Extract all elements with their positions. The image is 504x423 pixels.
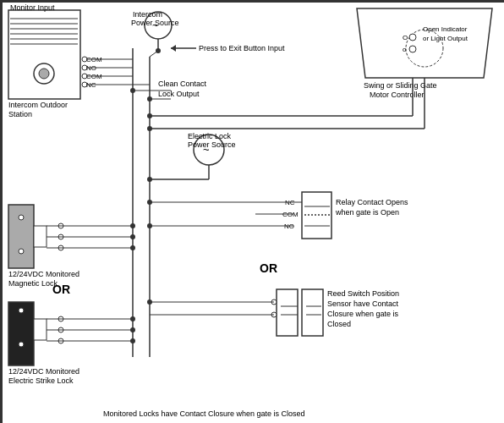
- svg-text:Power Source: Power Source: [131, 19, 179, 27]
- svg-point-9: [39, 69, 49, 79]
- svg-text:Swing or Sliding Gate: Swing or Sliding Gate: [364, 81, 437, 90]
- svg-text:OR: OR: [260, 261, 277, 275]
- svg-point-110: [147, 113, 152, 118]
- svg-rect-84: [302, 289, 323, 336]
- svg-text:Station: Station: [8, 110, 32, 118]
- svg-text:Power Source: Power Source: [188, 140, 236, 149]
- svg-text:Electric Lock: Electric Lock: [188, 132, 232, 140]
- svg-rect-67: [302, 192, 331, 239]
- svg-point-48: [19, 215, 24, 220]
- svg-point-45: [147, 177, 152, 182]
- svg-point-60: [19, 342, 24, 347]
- svg-text:Magnetic Lock: Magnetic Lock: [8, 279, 58, 288]
- svg-text:Reed Switch Position: Reed Switch Position: [327, 289, 399, 298]
- svg-text:Motor Controller: Motor Controller: [370, 91, 425, 99]
- svg-text:Closed: Closed: [327, 320, 351, 328]
- svg-point-119: [130, 316, 135, 321]
- svg-text:Intercom Outdoor: Intercom Outdoor: [8, 101, 68, 109]
- svg-point-115: [147, 96, 152, 102]
- svg-text:Press to Exit Button Input: Press to Exit Button Input: [199, 44, 285, 52]
- svg-text:or Light Output: or Light Output: [423, 35, 468, 42]
- svg-point-120: [130, 327, 135, 332]
- svg-text:Relay Contact Opens: Relay Contact Opens: [336, 198, 408, 206]
- svg-text:Closure when gate is: Closure when gate is: [327, 310, 399, 318]
- svg-rect-46: [8, 205, 34, 268]
- svg-point-117: [130, 234, 135, 239]
- svg-point-79: [147, 223, 152, 228]
- svg-point-118: [130, 245, 135, 250]
- svg-text:Clean Contact: Clean Contact: [158, 80, 207, 88]
- svg-text:o: o: [403, 46, 407, 53]
- svg-point-92: [147, 299, 152, 305]
- svg-text:Electric Strike Lock: Electric Strike Lock: [8, 376, 74, 385]
- svg-rect-58: [34, 319, 47, 340]
- svg-rect-47: [34, 226, 47, 247]
- svg-point-113: [147, 126, 152, 131]
- svg-point-76: [147, 200, 152, 205]
- svg-point-49: [19, 249, 24, 254]
- svg-text:Intercom: Intercom: [133, 10, 162, 19]
- svg-text:Open Indicator: Open Indicator: [423, 25, 468, 33]
- svg-point-100: [409, 34, 416, 41]
- svg-text:Monitor Input: Monitor Input: [10, 3, 55, 12]
- svg-point-116: [130, 223, 135, 228]
- svg-point-114: [130, 88, 135, 93]
- svg-point-59: [19, 308, 24, 313]
- svg-text:Monitored Locks have Contact C: Monitored Locks have Contact Closure whe…: [103, 409, 305, 418]
- svg-text:12/24VDC Monitored: 12/24VDC Monitored: [8, 270, 79, 278]
- svg-rect-83: [277, 289, 298, 336]
- svg-text:Sensor have Contact: Sensor have Contact: [327, 299, 399, 308]
- svg-text:12/24VDC Monitored: 12/24VDC Monitored: [8, 367, 79, 376]
- svg-point-121: [130, 338, 135, 343]
- svg-text:O: O: [403, 34, 408, 41]
- svg-point-101: [409, 46, 416, 52]
- wiring-diagram: Monitor Input COM NO COM NC ~ Intercom P…: [0, 0, 504, 423]
- svg-text:when gate is Open: when gate is Open: [335, 208, 399, 217]
